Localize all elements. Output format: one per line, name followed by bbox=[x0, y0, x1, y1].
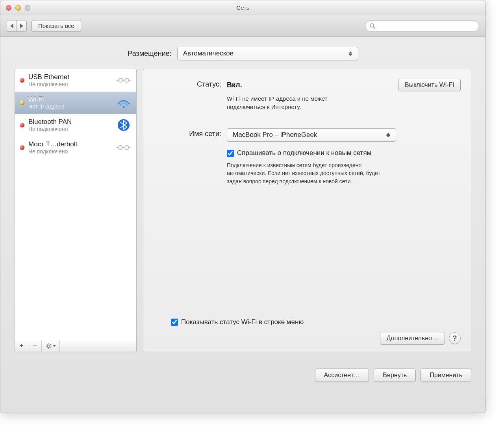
svg-point-3 bbox=[125, 78, 129, 82]
remove-service-button[interactable]: − bbox=[28, 340, 42, 352]
toolbar: Показать все bbox=[0, 15, 485, 37]
status-row: Статус: Вкл. Выключить Wi-Fi Wi-Fi не им… bbox=[152, 79, 461, 111]
footer-buttons: Ассистент… Вернуть Применить bbox=[0, 360, 485, 382]
chevron-left-icon bbox=[10, 24, 13, 28]
service-actions-button[interactable] bbox=[42, 340, 60, 352]
network-name-value: MacBook Pro – iPhoneGeek bbox=[233, 131, 317, 139]
svg-point-2 bbox=[119, 78, 122, 82]
gear-icon bbox=[46, 343, 52, 349]
sidebar-item-wifi[interactable]: Wi-Fi Нет IP-адреса bbox=[15, 92, 136, 114]
network-name-row: Имя сети: MacBook Pro – iPhoneGeek Спраш… bbox=[152, 128, 461, 185]
ethernet-icon bbox=[115, 74, 132, 86]
advanced-button[interactable]: Дополнительно… bbox=[380, 332, 445, 345]
status-description: Wi-Fi не имеет IP-адреса и не может подк… bbox=[227, 94, 392, 111]
window-title: Сеть bbox=[0, 4, 485, 11]
apply-button[interactable]: Применить bbox=[421, 369, 471, 382]
sidebar: USB Ethernet Не подключено Wi-Fi Нет IP-… bbox=[15, 69, 137, 352]
search-field[interactable] bbox=[365, 20, 479, 31]
ethernet-icon bbox=[115, 142, 132, 153]
columns: USB Ethernet Не подключено Wi-Fi Нет IP-… bbox=[15, 69, 471, 352]
service-name: Bluetooth PAN bbox=[28, 118, 111, 126]
search-icon bbox=[369, 23, 376, 29]
status-dot-icon bbox=[20, 145, 24, 150]
popup-stepper-icon bbox=[348, 49, 356, 58]
ask-new-networks-checkbox[interactable] bbox=[227, 150, 234, 157]
show-menubar-label: Показывать статус Wi-Fi в строке меню bbox=[181, 318, 304, 326]
detail-bottom-buttons: Дополнительно… ? bbox=[152, 332, 461, 345]
show-all-button[interactable]: Показать все bbox=[32, 20, 81, 32]
status-dot-icon bbox=[20, 100, 24, 105]
help-button[interactable]: ? bbox=[449, 332, 461, 344]
back-button[interactable] bbox=[7, 20, 17, 32]
sidebar-item-thunderbolt-bridge[interactable]: Мост T…derbolt Не подключено bbox=[15, 136, 136, 159]
sidebar-item-bluetooth-pan[interactable]: Bluetooth PAN Не подключено bbox=[15, 114, 136, 136]
content-area: Размещение: Автоматическое USB Ethernet … bbox=[0, 37, 485, 360]
svg-point-4 bbox=[123, 79, 124, 81]
chevron-right-icon bbox=[20, 24, 23, 28]
svg-point-7 bbox=[119, 146, 122, 149]
svg-line-16 bbox=[50, 347, 51, 348]
service-name: Мост T…derbolt bbox=[28, 140, 111, 148]
svg-line-1 bbox=[373, 27, 375, 28]
service-name: USB Ethernet bbox=[28, 73, 111, 81]
show-menubar-checkbox[interactable] bbox=[171, 319, 178, 326]
svg-point-9 bbox=[123, 147, 124, 148]
svg-point-5 bbox=[123, 106, 125, 108]
location-popup[interactable]: Автоматическое bbox=[177, 47, 358, 60]
wifi-icon bbox=[115, 97, 132, 109]
service-status: Не подключено bbox=[28, 126, 111, 132]
ask-new-networks-description: Подключение к известным сетям будет прои… bbox=[227, 161, 392, 185]
service-name: Wi-Fi bbox=[28, 96, 111, 103]
network-label: Имя сети: bbox=[152, 128, 227, 138]
service-status: Нет IP-адреса bbox=[28, 103, 111, 110]
sidebar-item-usb-ethernet[interactable]: USB Ethernet Не подключено bbox=[15, 69, 136, 92]
status-value: Вкл. bbox=[227, 81, 242, 89]
ask-new-networks-label: Спрашивать о подключении к новым сетям bbox=[237, 149, 371, 157]
titlebar: Сеть bbox=[0, 0, 485, 15]
network-preferences-window: Сеть Показать все Размещение: Автоматиче… bbox=[0, 0, 486, 413]
svg-line-15 bbox=[47, 344, 48, 345]
show-menubar-row: Показывать статус Wi-Fi в строке меню bbox=[171, 318, 461, 326]
svg-line-17 bbox=[47, 347, 48, 348]
svg-line-18 bbox=[50, 344, 51, 345]
forward-button[interactable] bbox=[17, 20, 27, 32]
network-name-popup[interactable]: MacBook Pro – iPhoneGeek bbox=[227, 128, 396, 142]
revert-button[interactable]: Вернуть bbox=[374, 369, 416, 382]
chevron-down-icon bbox=[53, 345, 56, 347]
sidebar-footer: + − bbox=[15, 340, 136, 352]
bluetooth-icon bbox=[115, 118, 132, 132]
svg-point-8 bbox=[125, 146, 129, 149]
location-label: Размещение: bbox=[128, 50, 171, 58]
assist-button[interactable]: Ассистент… bbox=[315, 369, 369, 382]
add-service-button[interactable]: + bbox=[15, 340, 28, 352]
toggle-wifi-button[interactable]: Выключить Wi-Fi bbox=[398, 79, 461, 91]
nav-buttons bbox=[7, 20, 27, 32]
status-dot-icon bbox=[20, 123, 24, 127]
service-status: Не подключено bbox=[28, 81, 111, 87]
detail-pane: Статус: Вкл. Выключить Wi-Fi Wi-Fi не им… bbox=[143, 69, 471, 352]
popup-stepper-icon bbox=[386, 130, 393, 140]
status-label: Статус: bbox=[152, 79, 227, 89]
service-list[interactable]: USB Ethernet Не подключено Wi-Fi Нет IP-… bbox=[15, 69, 136, 340]
status-dot-icon bbox=[20, 78, 24, 83]
location-value: Автоматическое bbox=[183, 50, 233, 57]
location-row: Размещение: Автоматическое bbox=[15, 47, 471, 60]
svg-point-10 bbox=[48, 345, 50, 347]
service-status: Не подключено bbox=[28, 148, 111, 155]
